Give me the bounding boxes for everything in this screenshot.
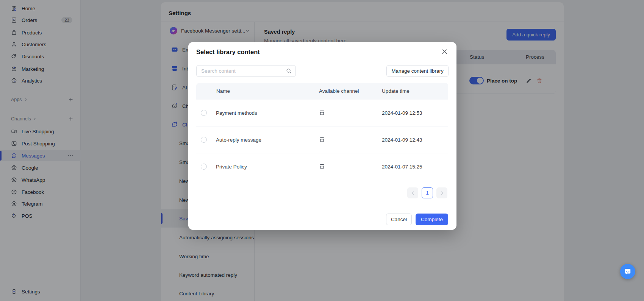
update-time: 2024-01-09 12:53 [382, 110, 422, 116]
table-row[interactable]: Auto-reply message 2024-01-09 12:43 [196, 126, 448, 153]
modal-title: Select library content [196, 48, 260, 56]
update-time: 2024-01-09 12:43 [382, 137, 422, 143]
search-input[interactable] [196, 65, 296, 77]
chat-smile-icon [624, 268, 631, 275]
previous-page-button[interactable] [407, 187, 418, 198]
chat-support-button[interactable] [620, 264, 635, 279]
radio-button[interactable] [201, 164, 207, 170]
page-number-button[interactable]: 1 [422, 187, 433, 198]
next-page-button[interactable] [436, 187, 447, 198]
channel-store-icon [319, 137, 325, 143]
library-content-table: Name Available channel Update time Payme… [196, 83, 448, 180]
close-icon[interactable] [438, 45, 450, 58]
table-header: Name Available channel Update time [196, 83, 448, 100]
channel-column-header: Available channel [319, 88, 359, 94]
name-column-header: Name [216, 88, 230, 94]
content-name: Auto-reply message [216, 137, 261, 143]
complete-button[interactable]: Complete [416, 214, 448, 225]
time-column-header: Update time [382, 88, 410, 94]
select-library-content-modal: Select library content Manage content li… [188, 42, 456, 230]
table-row[interactable]: Private Policy 2024-01-07 15:25 [196, 153, 448, 180]
search-field [196, 65, 296, 77]
cancel-button[interactable]: Cancel [386, 214, 412, 225]
channel-store-icon [319, 110, 325, 116]
manage-content-library-button[interactable]: Manage content library [386, 65, 449, 77]
table-row[interactable]: Payment methods 2024-01-09 12:53 [196, 100, 448, 126]
content-name: Payment methods [216, 110, 257, 116]
radio-button[interactable] [201, 137, 207, 143]
update-time: 2024-01-07 15:25 [382, 164, 422, 170]
radio-button[interactable] [201, 110, 207, 116]
pagination: 1 [407, 187, 447, 198]
channel-store-icon [319, 164, 325, 170]
app-screen: Home Orders 23 Products Customers Discou… [0, 0, 644, 301]
search-icon [286, 68, 292, 74]
content-name: Private Policy [216, 164, 247, 170]
